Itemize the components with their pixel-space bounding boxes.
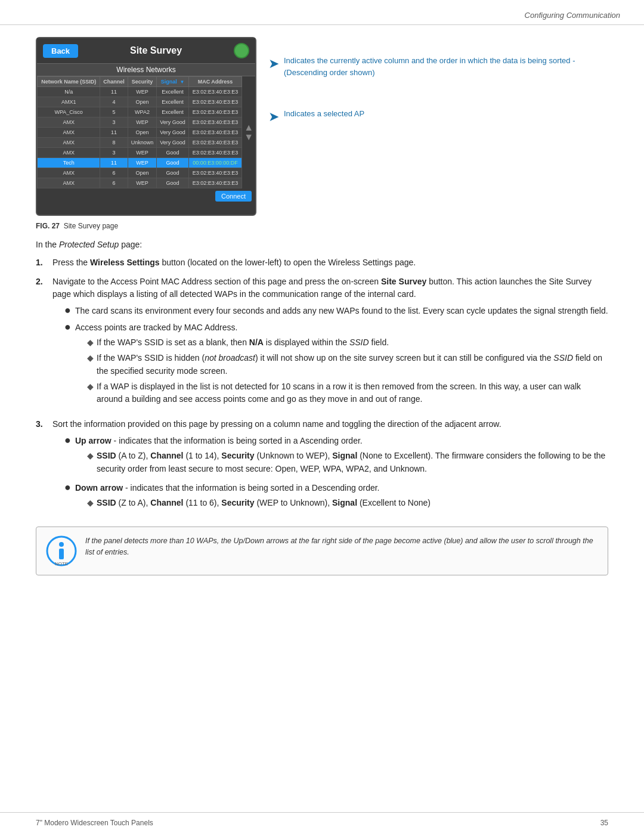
sub-bullet-2-3: ◆ If a WAP is displayed in the list is n… (87, 380, 608, 406)
step-3-text: Sort the information provided on this pa… (52, 419, 501, 429)
bullet-dot-3-2: ● (64, 482, 75, 494)
table-row[interactable]: AMX6OpenGoodE3:02:E3:40:E3:E3 (38, 168, 242, 178)
table-row[interactable]: N/a11WEPExcellentE3:02:E3:40:E3:E3 (38, 87, 242, 97)
down-arrow-text: - indicates that the information is bein… (123, 483, 379, 493)
sub-bullet-2-1: ◆ If the WAP's SSID is set as a blank, t… (87, 336, 608, 349)
step-2: 2. Navigate to the Access Point MAC Addr… (36, 275, 608, 412)
fig-caption: FIG. 27 Site Survey page (36, 222, 608, 230)
sub-bullet-3-2-1: ◆ SSID (Z to A), Channel (11 to 6), Secu… (87, 497, 431, 510)
table-row[interactable]: AMX3WEPVery GoodE3:02:E3:40:E3:E3 (38, 117, 242, 128)
callout-selected: ➤ Indicates a selected AP (268, 108, 608, 125)
bullet-3-1: ● Up arrow - indicates that the informat… (64, 435, 608, 478)
page-header: Configuring Communication (0, 0, 644, 25)
table-row[interactable]: AMX3WEPGoodE3:02:E3:40:E3:E3 (38, 148, 242, 158)
figure-area: Back Site Survey Wireless Networks Netwo… (36, 37, 608, 216)
bullet-dot-2-1: ● (64, 305, 75, 317)
svg-rect-2 (59, 549, 64, 559)
sub-bullet-dot-2-1: ◆ (87, 336, 97, 349)
sub-bullet-3-1-1: ◆ SSID (A to Z), Channel (1 to 14), Secu… (87, 450, 608, 475)
bullet-3-1-content: Up arrow - indicates that the informatio… (75, 435, 608, 478)
callout-selected-text: Indicates a selected AP (284, 108, 364, 120)
sub-bullets-3-2: ◆ SSID (Z to A), Channel (11 to 6), Secu… (75, 497, 431, 510)
table-row[interactable]: AMX6WEPGoodE3:02:E3:40:E3:E3 (38, 178, 242, 188)
wireless-settings-bold: Wireless Settings (90, 258, 160, 267)
table-row[interactable]: Tech11WEPGood00:00:E3:00:00:DF (38, 158, 242, 168)
up-arrow-bold: Up arrow (75, 436, 112, 445)
ss-table-body: N/a11WEPExcellentE3:02:E3:40:E3:E3AMX14O… (38, 87, 242, 188)
step-3-number: 3. (36, 418, 52, 516)
sub-bullet-dot-3-2-1: ◆ (87, 497, 97, 510)
bullet-dot-3-1: ● (64, 435, 75, 447)
col-signal[interactable]: Signal ▼ (157, 77, 189, 87)
protected-setup-italic: Protected Setup (59, 240, 119, 249)
sub-bullet-3-2-1-text: SSID (Z to A), Channel (11 to 6), Securi… (97, 497, 431, 510)
bullet-2-2-content: Access points are tracked by MAC Address… (75, 321, 608, 408)
bullet-dot-2-2: ● (64, 321, 75, 333)
step-2-text: Navigate to the Access Point MAC Address… (52, 277, 592, 299)
fig-caption-prefix: FIG. 27 (36, 222, 60, 230)
sub-bullet-2-2-text: If the WAP's SSID is hidden (not broadca… (97, 352, 608, 377)
svg-point-1 (59, 542, 64, 547)
ss-footer: Connect (37, 188, 255, 204)
bullet-3-2-content: Down arrow - indicates that the informat… (75, 482, 431, 512)
bullet-3-2: ● Down arrow - indicates that the inform… (64, 482, 608, 512)
bullet-2-2-text: Access points are tracked by MAC Address… (75, 323, 237, 332)
ss-header: Back Site Survey (37, 38, 255, 63)
page-footer: 7" Modero Widescreen Touch Panels 35 (0, 812, 644, 833)
col-ssid[interactable]: Network Name (SSID) (38, 77, 100, 87)
bullet-2-1-text: The card scans its environment every fou… (75, 305, 608, 318)
table-row[interactable]: WPA_Cisco5WPA2ExcellentE3:02:E3:40:E3:E3 (38, 107, 242, 117)
col-security[interactable]: Security (128, 77, 157, 87)
connect-button[interactable]: Connect (215, 191, 252, 202)
step-2-bullets: ● The card scans its environment every f… (52, 305, 608, 408)
ss-green-button[interactable] (234, 43, 249, 58)
step-3: 3. Sort the information provided on this… (36, 418, 608, 516)
callout-arrow-selected: ➤ (268, 109, 279, 125)
step-3-bullets: ● Up arrow - indicates that the informat… (52, 435, 608, 512)
callout-area: ➤ Indicates the currently active column … (268, 37, 608, 154)
note-box: NOTE If the panel detects more than 10 W… (36, 527, 608, 575)
scroll-down-button[interactable]: ▼ (244, 132, 253, 142)
note-icon: NOTE (46, 535, 77, 566)
callout-sort: ➤ Indicates the currently active column … (268, 55, 608, 78)
sort-arrow-down: ▼ (179, 79, 184, 85)
step-1-content: Press the Wireless Settings button (loca… (52, 256, 608, 270)
sub-bullet-dot-2-2: ◆ (87, 352, 97, 365)
sub-bullet-dot-3-1-1: ◆ (87, 450, 97, 463)
sub-bullet-2-3-text: If a WAP is displayed in the list is not… (97, 380, 608, 406)
footer-right: 35 (600, 819, 608, 827)
table-row[interactable]: AMX11OpenVery GoodE3:02:E3:40:E3:E3 (38, 128, 242, 138)
callout-sort-text: Indicates the currently active column an… (284, 55, 608, 78)
sub-bullets-2: ◆ If the WAP's SSID is set as a blank, t… (75, 336, 608, 405)
bullet-2-2: ● Access points are tracked by MAC Addre… (64, 321, 608, 408)
col-mac[interactable]: MAC Address (188, 77, 242, 87)
svg-text:NOTE: NOTE (55, 561, 68, 566)
table-row[interactable]: AMX8UnknownVery GoodE3:02:E3:40:E3:E3 (38, 138, 242, 148)
scroll-up-button[interactable]: ▲ (244, 123, 253, 132)
table-header-row: Network Name (SSID) Channel Security Sig… (38, 77, 242, 87)
ss-table-wrap: Network Name (SSID) Channel Security Sig… (37, 76, 255, 188)
step-3-content: Sort the information provided on this pa… (52, 418, 608, 516)
back-button[interactable]: Back (43, 44, 78, 58)
step-2-content: Navigate to the Access Point MAC Address… (52, 275, 608, 412)
table-row[interactable]: AMX14OpenExcellentE3:02:E3:40:E3:E3 (38, 97, 242, 107)
up-arrow-text: - indicates that the information is bein… (112, 436, 363, 445)
note-text: If the panel detects more than 10 WAPs, … (85, 535, 598, 559)
numbered-steps: 1. Press the Wireless Settings button (l… (36, 256, 608, 516)
ss-scroll-col: ▲ ▼ (242, 76, 255, 188)
sub-bullet-3-1-1-text: SSID (A to Z), Channel (1 to 14), Securi… (97, 450, 608, 475)
site-survey-ui: Back Site Survey Wireless Networks Netwo… (36, 37, 256, 216)
col-channel[interactable]: Channel (100, 77, 128, 87)
sub-bullet-dot-2-3: ◆ (87, 380, 97, 394)
main-content: Back Site Survey Wireless Networks Netwo… (0, 25, 644, 593)
ss-section-title: Wireless Networks (37, 63, 255, 76)
fig-caption-text: Site Survey page (64, 222, 118, 230)
body-intro: In the Protected Setup page: (36, 240, 608, 249)
sub-bullets-3-1: ◆ SSID (A to Z), Channel (1 to 14), Secu… (75, 450, 608, 475)
page-header-title: Configuring Communication (525, 11, 620, 20)
sub-bullet-2-1-text: If the WAP's SSID is set as a blank, the… (97, 336, 389, 349)
callout-arrow-sort: ➤ (268, 56, 279, 72)
down-arrow-bold: Down arrow (75, 483, 123, 493)
site-survey-bold: Site Survey (381, 277, 426, 286)
step-1: 1. Press the Wireless Settings button (l… (36, 256, 608, 270)
